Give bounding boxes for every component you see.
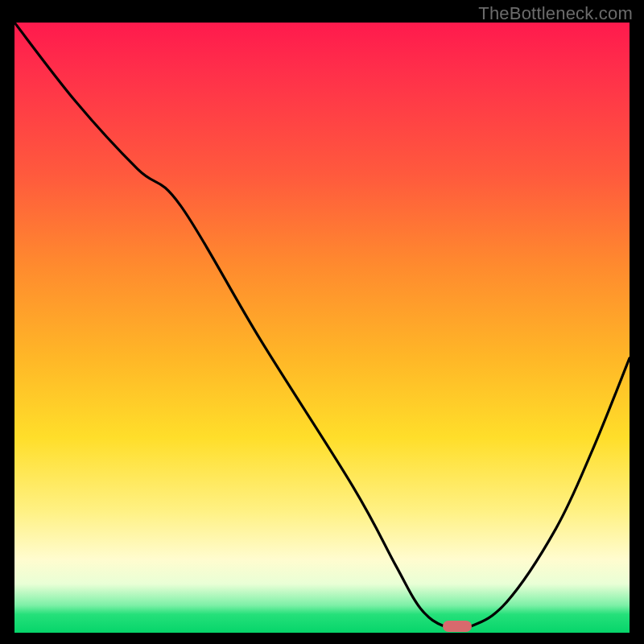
chart-frame: TheBottleneck.com bbox=[0, 0, 644, 644]
watermark-text: TheBottleneck.com bbox=[478, 3, 633, 24]
chart-plot-area bbox=[14, 23, 630, 633]
